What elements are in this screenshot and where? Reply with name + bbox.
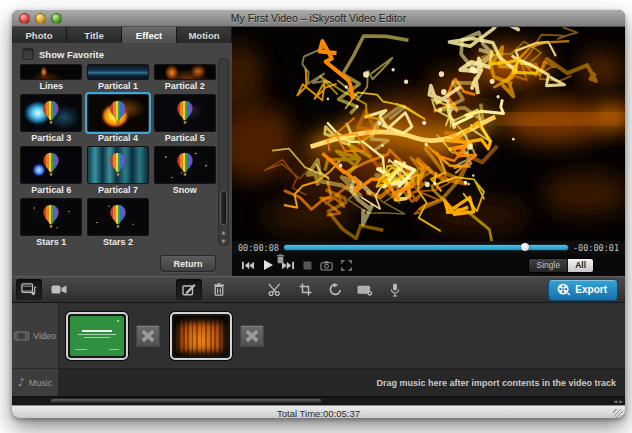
scroll-left-icon[interactable]: ◄: [613, 398, 617, 404]
titlebar: My First Video – iSkysoft Video Editor: [12, 10, 625, 27]
capture-video-button[interactable]: [46, 279, 72, 300]
trash-icon: [213, 283, 225, 296]
effect-name: Partical 4: [98, 133, 138, 143]
stop-button[interactable]: [303, 261, 312, 270]
video-camera-icon: [51, 284, 67, 295]
page: My First Video – iSkysoft Video Editor P…: [0, 0, 632, 433]
effect-thumbnail-p5[interactable]: [154, 94, 216, 132]
main-content: PhotoTitleEffectMotion Show Favorite Lin…: [12, 27, 625, 276]
previous-frame-button[interactable]: [241, 260, 254, 271]
favorite-filter-row: Show Favorite: [22, 47, 216, 61]
scissors-icon: [268, 283, 282, 296]
playhead-handle[interactable]: [521, 243, 529, 251]
delete-clip-button[interactable]: [206, 279, 232, 300]
timeline-scrollbar[interactable]: ◄ ►: [12, 396, 625, 405]
clip-green-title-slide[interactable]: [66, 312, 128, 360]
previous-frame-icon: [241, 260, 254, 271]
show-favorite-checkbox[interactable]: [22, 48, 34, 60]
export-button[interactable]: Export: [548, 279, 618, 301]
record-voiceover-button[interactable]: [382, 279, 408, 300]
effect-name: Stars 2: [103, 237, 133, 247]
clip-settings-button[interactable]: [352, 279, 378, 300]
effect-name: Partical 3: [31, 133, 71, 143]
effect-name: Stars 1: [36, 237, 66, 247]
balloon-graphic: [108, 152, 128, 178]
film-settings-icon: [357, 284, 373, 296]
music-track[interactable]: Drag music here after import contents in…: [59, 369, 625, 396]
clip-curtain-scene[interactable]: [170, 312, 232, 360]
effect-thumbnail-lines[interactable]: [20, 64, 82, 80]
effect-thumbnail-p1[interactable]: [87, 64, 149, 80]
return-row: Return: [12, 251, 232, 276]
effects-sidebar: PhotoTitleEffectMotion Show Favorite Lin…: [12, 27, 232, 276]
preview-pane: 00:00:08 -00:00:01 SingleAll: [232, 27, 625, 276]
transition-placeholder[interactable]: [136, 325, 160, 347]
fullscreen-button[interactable]: [341, 260, 352, 271]
balloon-graphic: [175, 100, 195, 126]
effects-scrollbar-thumb[interactable]: [220, 191, 227, 225]
effect-thumbnail-stars2[interactable]: [87, 198, 149, 236]
elapsed-time: 00:00:08: [238, 243, 279, 253]
return-button[interactable]: Return: [160, 255, 216, 272]
playback-controls: SingleAll: [232, 254, 625, 276]
close-window-button[interactable]: [19, 13, 30, 24]
app-window: My First Video – iSkysoft Video Editor P…: [12, 10, 625, 418]
music-label-text: Music: [29, 378, 53, 388]
effect-item: Partical 2: [153, 64, 216, 93]
mode-option-single[interactable]: Single: [529, 259, 568, 272]
window-title: My First Video – iSkysoft Video Editor: [12, 12, 625, 24]
tab-photo[interactable]: Photo: [12, 27, 67, 43]
split-clip-button[interactable]: [262, 279, 288, 300]
transition-placeholder[interactable]: [240, 325, 264, 347]
total-time-text: Total Time:00:05:37: [277, 408, 360, 418]
tab-title[interactable]: Title: [67, 27, 122, 43]
balloon-graphic: [108, 204, 128, 230]
video-track[interactable]: [59, 303, 625, 369]
show-favorite-label: Show Favorite: [39, 49, 104, 60]
effect-thumbnail-p2[interactable]: [154, 64, 216, 80]
effect-item: Stars 2: [87, 198, 150, 249]
mode-option-all[interactable]: All: [568, 259, 593, 272]
microphone-icon: [390, 283, 400, 297]
rotate-icon: [329, 283, 342, 296]
zoom-window-button[interactable]: [51, 13, 62, 24]
effect-thumbnail-p7[interactable]: [87, 146, 149, 184]
effect-item: Partical 5: [153, 94, 216, 145]
video-preview: [232, 27, 625, 241]
window-controls: [19, 13, 62, 24]
rotate-clip-button[interactable]: [322, 279, 348, 300]
effect-name: Partical 1: [98, 81, 138, 91]
tab-effect[interactable]: Effect: [122, 27, 177, 43]
timeline-scrollbar-thumb[interactable]: [50, 398, 322, 403]
play-icon: [262, 259, 274, 271]
scroll-right-icon[interactable]: ►: [619, 398, 623, 404]
scroll-up-icon[interactable]: ▲: [219, 228, 228, 236]
media-library-button[interactable]: [16, 279, 42, 300]
snapshot-button[interactable]: [320, 260, 333, 271]
effect-thumbnail-p4[interactable]: [87, 94, 149, 132]
film-reel-icon: [557, 283, 570, 296]
effect-thumbnail-p6[interactable]: [20, 146, 82, 184]
scroll-down-icon[interactable]: ▼: [219, 237, 228, 245]
effect-thumbnail-snow[interactable]: [154, 146, 216, 184]
preview-frame-art: [232, 27, 625, 241]
effects-grid: LinesPartical 1Partical 2Partical 3Parti…: [20, 64, 216, 250]
play-button[interactable]: [262, 259, 274, 271]
balloon-graphic: [41, 204, 61, 230]
effect-item: Stars 1: [20, 198, 83, 249]
edit-clip-button[interactable]: [176, 279, 202, 300]
effect-item: Partical 7: [87, 146, 150, 197]
effect-item: Snow: [153, 146, 216, 197]
effect-thumbnail-p3[interactable]: [20, 94, 82, 132]
tracks: Drag music here after import contents in…: [59, 303, 625, 396]
clip-thumbnail: [174, 316, 228, 356]
minimize-window-button[interactable]: [35, 13, 46, 24]
tab-motion[interactable]: Motion: [177, 27, 232, 43]
effect-thumbnail-stars1[interactable]: [20, 198, 82, 236]
remove-effect-icon[interactable]: [276, 250, 285, 260]
effect-item: Partical 1: [87, 64, 150, 93]
resize-grip[interactable]: [613, 409, 623, 418]
seek-bar[interactable]: [284, 245, 568, 250]
effects-scrollbar[interactable]: ▲ ▼: [218, 58, 229, 246]
crop-clip-button[interactable]: [292, 279, 318, 300]
